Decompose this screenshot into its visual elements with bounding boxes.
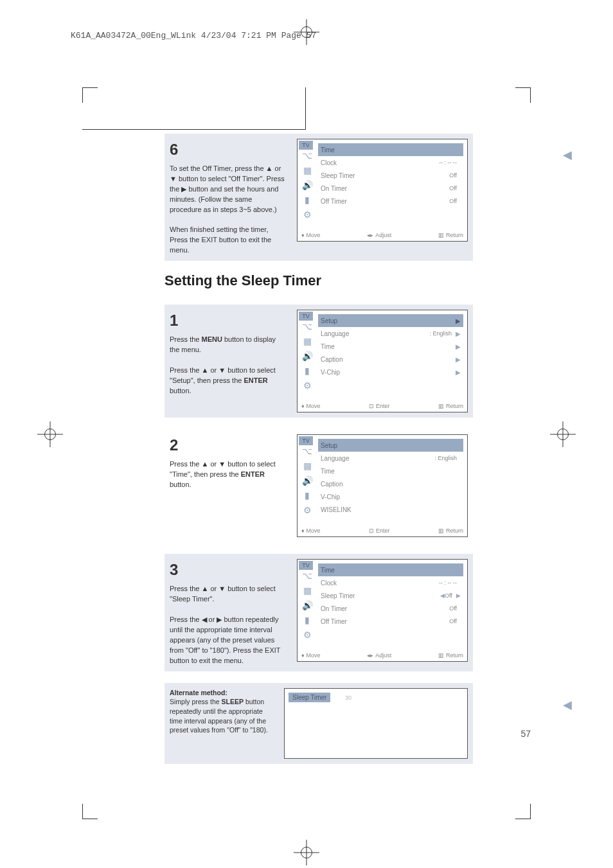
osd-row: Off TimerOff [318, 615, 463, 628]
osd-side-icons: ⌥ ▦ 🔊 ▮ ⚙ [299, 445, 315, 516]
lr-icon: ◂▸ [367, 652, 373, 659]
step-3-para2: Press the ◀ or ▶ button repeatedly until… [170, 615, 285, 666]
osd-row: Sleep Timer◀Off▶ [318, 589, 463, 602]
step-3: 3 Press the ▲ or ▼ button to select "Sle… [164, 554, 473, 671]
osd-row: Caption [318, 477, 463, 490]
osd-screenshot-step2: TV ⌥ ▦ 🔊 ▮ ⚙ Setup Language: English Tim… [297, 434, 468, 537]
osd-row: V-Chip [318, 490, 463, 503]
alt-osd-value: 30 [345, 695, 351, 701]
updown-icon: ♦ [301, 403, 305, 409]
osd-side-icons: ⌥ ▦ 🔊 ▮ ⚙ [299, 150, 315, 220]
step-2-text: 2 Press the ▲ or ▼ button to select "Tim… [170, 434, 285, 537]
section-heading: Setting the Sleep Timer [164, 272, 473, 289]
enter-icon: ⊡ [369, 527, 374, 534]
osd-row: Time▶ [318, 340, 463, 353]
setup-icon: ⚙ [301, 380, 313, 391]
osd-tv-badge: TV [299, 436, 313, 445]
step-number: 3 [170, 559, 285, 581]
crop-mark [515, 804, 531, 819]
updown-icon: ♦ [301, 527, 305, 534]
lr-icon: ◂▸ [367, 232, 373, 238]
chevron-right-icon: ▶ [456, 369, 461, 376]
side-triangle-icon: ◀ [563, 698, 572, 712]
chevron-right-icon: ▶ [456, 343, 461, 350]
chevron-right-icon: ▶ [456, 330, 461, 337]
osd-row: Language: English [318, 452, 463, 465]
channel-icon: ▮ [301, 490, 313, 501]
input-icon: ⌥ [301, 321, 313, 332]
chevron-right-icon: ▶ [456, 356, 461, 363]
osd-screenshot-step1: TV ⌥ ▦ 🔊 ▮ ⚙ Setup▶ Language: English▶ T… [297, 310, 468, 412]
osd-row: On TimerOff [318, 602, 463, 615]
channel-icon: ▮ [301, 365, 313, 376]
osd-tv-badge: TV [299, 312, 313, 321]
step-1-para1: Press the MENU button to display the men… [170, 335, 285, 355]
alternate-method-text: Alternate method: Simply press the SLEEP… [170, 688, 272, 759]
channel-icon: ▮ [301, 614, 313, 626]
osd-row: Caption▶ [318, 353, 463, 366]
osd-tv-badge: TV [299, 561, 313, 570]
alt-heading: Alternate method: [170, 689, 227, 696]
input-icon: ⌥ [301, 570, 313, 581]
step-6-text: 6 To set the Off Timer, press the ▲ or ▼… [170, 139, 285, 256]
osd-tv-badge: TV [299, 141, 313, 150]
step-1-text: 1 Press the MENU button to display the m… [170, 310, 285, 412]
step-6-para1: To set the Off Timer, press the ▲ or ▼ b… [170, 164, 285, 215]
updown-icon: ♦ [301, 652, 305, 659]
return-icon: ▥ [438, 232, 444, 238]
step-2-para1: Press the ▲ or ▼ button to select "Time"… [170, 459, 285, 490]
registration-mark-left [41, 425, 59, 443]
osd-row-title: Setup [318, 439, 463, 452]
osd-screenshot-step6: TV ⌥ ▦ 🔊 ▮ ⚙ Time Clock-- : -- -- Sleep … [297, 139, 468, 242]
osd-screenshot-alt: Sleep Timer 30 [284, 688, 468, 759]
side-triangle-icon: ◀ [563, 148, 572, 162]
page-number: 57 [520, 729, 531, 739]
osd-screenshot-step3: TV ⌥ ▦ 🔊 ▮ ⚙ Time Clock-- : -- -- Sleep … [297, 559, 468, 662]
picture-icon: ▦ [301, 460, 313, 472]
osd-row: Clock-- : -- -- [318, 156, 463, 169]
prepress-header: K61A_AA03472A_00Eng_WLink 4/23/04 7:21 P… [71, 31, 316, 40]
picture-icon: ▦ [301, 335, 313, 347]
osd-side-icons: ⌥ ▦ 🔊 ▮ ⚙ [299, 321, 315, 391]
sound-icon: 🔊 [301, 350, 313, 362]
step-2: 2 Press the ▲ or ▼ button to select "Tim… [164, 429, 473, 542]
enter-icon: ⊡ [369, 403, 374, 409]
updown-icon: ♦ [301, 232, 305, 238]
return-icon: ▥ [438, 527, 444, 534]
crop-mark [82, 804, 98, 819]
osd-row-title: Time [318, 563, 463, 576]
osd-row-title: Setup▶ [318, 314, 463, 327]
return-icon: ▥ [438, 403, 444, 409]
sound-icon: 🔊 [301, 179, 313, 191]
osd-footer: ♦ Move ⊡ Enter ▥ Return [301, 403, 463, 409]
osd-row: Clock-- : -- -- [318, 576, 463, 589]
setup-icon: ⚙ [301, 209, 313, 220]
osd-row: Sleep TimerOff [318, 169, 463, 182]
chevron-left-icon: ◀ [440, 592, 445, 599]
input-icon: ⌥ [301, 445, 313, 457]
picture-icon: ▦ [301, 164, 313, 176]
setup-icon: ⚙ [301, 629, 313, 641]
osd-row: V-Chip▶ [318, 366, 463, 378]
osd-side-icons: ⌥ ▦ 🔊 ▮ ⚙ [299, 570, 315, 641]
osd-row: Time [318, 465, 463, 477]
step-6-para2: When finished setting the timer, Press t… [170, 225, 285, 256]
picture-icon: ▦ [301, 585, 313, 596]
step-3-text: 3 Press the ▲ or ▼ button to select "Sle… [170, 559, 285, 666]
osd-footer: ♦ Move ⊡ Enter ▥ Return [301, 527, 463, 534]
osd-row: WISELINK [318, 503, 463, 516]
return-icon: ▥ [438, 652, 444, 659]
step-number: 6 [170, 139, 285, 161]
sound-icon: 🔊 [301, 475, 313, 486]
input-icon: ⌥ [301, 150, 313, 161]
osd-row: On TimerOff [318, 182, 463, 195]
header-rule-box [82, 87, 306, 130]
registration-mark-bottom [298, 844, 315, 862]
osd-row-title: Time [318, 143, 463, 156]
registration-mark-top [298, 23, 315, 41]
step-number: 1 [170, 310, 285, 332]
chevron-right-icon: ▶ [456, 592, 461, 599]
step-3-para1: Press the ▲ or ▼ button to select "Sleep… [170, 584, 285, 605]
registration-mark-right [554, 425, 572, 443]
step-6: 6 To set the Off Timer, press the ▲ or ▼… [164, 134, 473, 261]
